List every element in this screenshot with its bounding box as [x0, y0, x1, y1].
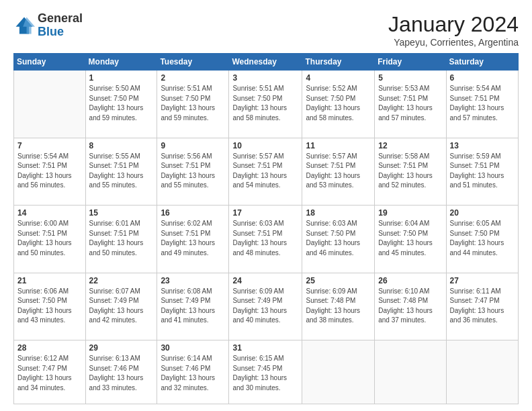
header-thursday: Thursday	[302, 54, 375, 71]
logo: General Blue	[13, 12, 83, 39]
header-saturday: Saturday	[446, 54, 518, 71]
day-info: Sunrise: 6:08 AMSunset: 7:49 PMDaylight:…	[161, 287, 215, 324]
table-row: 3Sunrise: 5:51 AMSunset: 7:50 PMDaylight…	[229, 71, 302, 138]
table-row: 24Sunrise: 6:09 AMSunset: 7:49 PMDayligh…	[229, 273, 302, 340]
table-row: 8Sunrise: 5:55 AMSunset: 7:51 PMDaylight…	[85, 138, 157, 205]
day-info: Sunrise: 5:52 AMSunset: 7:50 PMDaylight:…	[306, 85, 360, 122]
day-info: Sunrise: 6:04 AMSunset: 7:50 PMDaylight:…	[378, 220, 433, 257]
day-info: Sunrise: 5:54 AMSunset: 7:51 PMDaylight:…	[450, 85, 504, 122]
header-friday: Friday	[375, 54, 446, 71]
table-row: 23Sunrise: 6:08 AMSunset: 7:49 PMDayligh…	[157, 273, 229, 340]
table-row: 30Sunrise: 6:14 AMSunset: 7:46 PMDayligh…	[157, 340, 229, 404]
day-number: 20	[450, 208, 515, 218]
header-monday: Monday	[85, 54, 157, 71]
logo-icon	[13, 15, 35, 36]
day-number: 1	[89, 73, 154, 83]
table-row	[14, 71, 86, 138]
day-info: Sunrise: 5:59 AMSunset: 7:51 PMDaylight:…	[450, 152, 504, 189]
day-info: Sunrise: 6:11 AMSunset: 7:47 PMDaylight:…	[450, 287, 504, 324]
day-number: 16	[161, 208, 225, 218]
day-info: Sunrise: 6:03 AMSunset: 7:50 PMDaylight:…	[306, 220, 360, 257]
day-info: Sunrise: 6:09 AMSunset: 7:48 PMDaylight:…	[306, 287, 360, 324]
day-info: Sunrise: 6:07 AMSunset: 7:49 PMDaylight:…	[89, 287, 144, 324]
day-number: 8	[89, 141, 154, 150]
day-number: 23	[161, 276, 225, 285]
weekday-header-row: Sunday Monday Tuesday Wednesday Thursday…	[14, 54, 519, 71]
table-row: 29Sunrise: 6:13 AMSunset: 7:46 PMDayligh…	[85, 340, 157, 404]
day-info: Sunrise: 6:09 AMSunset: 7:49 PMDaylight:…	[232, 287, 287, 324]
day-info: Sunrise: 6:12 AMSunset: 7:47 PMDaylight:…	[17, 355, 72, 392]
table-row: 20Sunrise: 6:05 AMSunset: 7:50 PMDayligh…	[446, 205, 518, 273]
day-number: 27	[450, 276, 515, 285]
day-info: Sunrise: 5:54 AMSunset: 7:51 PMDaylight:…	[17, 152, 72, 189]
table-row: 15Sunrise: 6:01 AMSunset: 7:51 PMDayligh…	[85, 205, 157, 273]
header-wednesday: Wednesday	[229, 54, 302, 71]
page: General Blue January 2024 Yapeyu, Corrie…	[0, 0, 532, 411]
day-info: Sunrise: 5:53 AMSunset: 7:51 PMDaylight:…	[378, 85, 433, 122]
day-info: Sunrise: 6:01 AMSunset: 7:51 PMDaylight:…	[89, 220, 144, 257]
table-row: 25Sunrise: 6:09 AMSunset: 7:48 PMDayligh…	[302, 273, 375, 340]
location-subtitle: Yapeyu, Corrientes, Argentina	[388, 37, 519, 48]
day-number: 15	[89, 208, 154, 218]
table-row: 11Sunrise: 5:57 AMSunset: 7:51 PMDayligh…	[302, 138, 375, 205]
day-info: Sunrise: 5:57 AMSunset: 7:51 PMDaylight:…	[306, 152, 360, 189]
day-number: 17	[232, 208, 298, 218]
day-number: 4	[306, 73, 371, 83]
day-info: Sunrise: 6:03 AMSunset: 7:51 PMDaylight:…	[232, 220, 287, 257]
table-row	[302, 340, 375, 404]
day-info: Sunrise: 6:10 AMSunset: 7:48 PMDaylight:…	[378, 287, 433, 324]
day-info: Sunrise: 6:13 AMSunset: 7:46 PMDaylight:…	[89, 355, 144, 392]
header: General Blue January 2024 Yapeyu, Corrie…	[13, 12, 519, 48]
day-info: Sunrise: 5:51 AMSunset: 7:50 PMDaylight:…	[161, 85, 215, 122]
table-row: 5Sunrise: 5:53 AMSunset: 7:51 PMDaylight…	[375, 71, 446, 138]
day-info: Sunrise: 5:55 AMSunset: 7:51 PMDaylight:…	[89, 152, 144, 189]
day-number: 11	[306, 141, 371, 150]
day-info: Sunrise: 6:14 AMSunset: 7:46 PMDaylight:…	[161, 355, 215, 392]
day-number: 29	[89, 343, 154, 353]
table-row: 10Sunrise: 5:57 AMSunset: 7:51 PMDayligh…	[229, 138, 302, 205]
day-number: 9	[161, 141, 225, 150]
table-row	[446, 340, 518, 404]
header-sunday: Sunday	[14, 54, 86, 71]
day-number: 28	[17, 343, 82, 353]
table-row: 16Sunrise: 6:02 AMSunset: 7:51 PMDayligh…	[157, 205, 229, 273]
day-number: 31	[232, 343, 298, 353]
table-row	[375, 340, 446, 404]
day-number: 24	[232, 276, 298, 285]
day-number: 26	[378, 276, 442, 285]
title-block: January 2024 Yapeyu, Corrientes, Argenti…	[388, 12, 519, 48]
table-row: 7Sunrise: 5:54 AMSunset: 7:51 PMDaylight…	[14, 138, 86, 205]
table-row: 27Sunrise: 6:11 AMSunset: 7:47 PMDayligh…	[446, 273, 518, 340]
table-row: 4Sunrise: 5:52 AMSunset: 7:50 PMDaylight…	[302, 71, 375, 138]
month-title: January 2024	[388, 12, 519, 37]
day-info: Sunrise: 5:51 AMSunset: 7:50 PMDaylight:…	[232, 85, 287, 122]
table-row: 1Sunrise: 5:50 AMSunset: 7:50 PMDaylight…	[85, 71, 157, 138]
day-number: 30	[161, 343, 225, 353]
table-row: 12Sunrise: 5:58 AMSunset: 7:51 PMDayligh…	[375, 138, 446, 205]
day-number: 21	[17, 276, 82, 285]
day-info: Sunrise: 6:02 AMSunset: 7:51 PMDaylight:…	[161, 220, 215, 257]
table-row: 31Sunrise: 6:15 AMSunset: 7:45 PMDayligh…	[229, 340, 302, 404]
table-row: 13Sunrise: 5:59 AMSunset: 7:51 PMDayligh…	[446, 138, 518, 205]
day-info: Sunrise: 5:58 AMSunset: 7:51 PMDaylight:…	[378, 152, 433, 189]
day-number: 18	[306, 208, 371, 218]
day-number: 22	[89, 276, 154, 285]
table-row: 21Sunrise: 6:06 AMSunset: 7:50 PMDayligh…	[14, 273, 86, 340]
day-number: 7	[17, 141, 82, 150]
day-number: 6	[450, 73, 515, 83]
table-row: 17Sunrise: 6:03 AMSunset: 7:51 PMDayligh…	[229, 205, 302, 273]
day-info: Sunrise: 6:06 AMSunset: 7:50 PMDaylight:…	[17, 287, 72, 324]
table-row: 2Sunrise: 5:51 AMSunset: 7:50 PMDaylight…	[157, 71, 229, 138]
day-number: 12	[378, 141, 442, 150]
day-number: 19	[378, 208, 442, 218]
logo-blue: Blue	[38, 25, 64, 38]
table-row: 9Sunrise: 5:56 AMSunset: 7:51 PMDaylight…	[157, 138, 229, 205]
table-row: 18Sunrise: 6:03 AMSunset: 7:50 PMDayligh…	[302, 205, 375, 273]
table-row: 6Sunrise: 5:54 AMSunset: 7:51 PMDaylight…	[446, 71, 518, 138]
day-number: 25	[306, 276, 371, 285]
header-tuesday: Tuesday	[157, 54, 229, 71]
logo-text: General Blue	[38, 12, 83, 39]
table-row: 28Sunrise: 6:12 AMSunset: 7:47 PMDayligh…	[14, 340, 86, 404]
day-info: Sunrise: 6:15 AMSunset: 7:45 PMDaylight:…	[232, 355, 287, 392]
day-number: 2	[161, 73, 225, 83]
